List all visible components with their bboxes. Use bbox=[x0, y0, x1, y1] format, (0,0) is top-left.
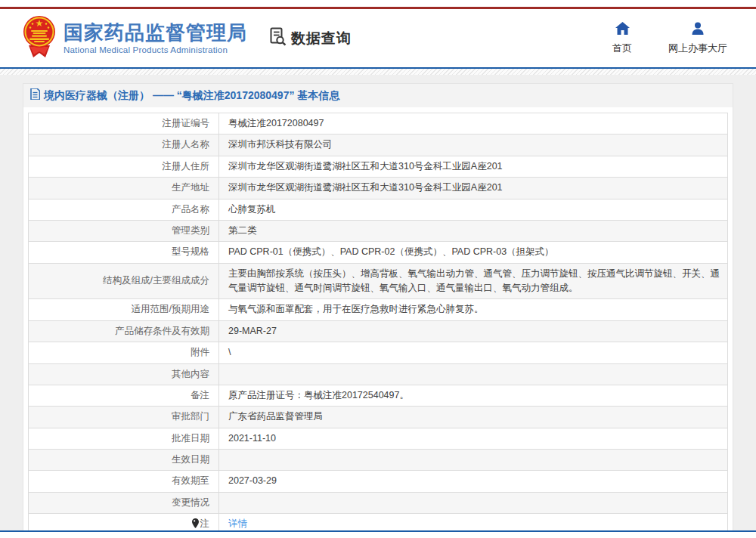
row-label: 注册人住所 bbox=[29, 156, 219, 177]
user-icon bbox=[691, 22, 705, 38]
row-value: 深圳市龙华区观湖街道鹭湖社区五和大道310号金科工业园A座201 bbox=[219, 156, 728, 177]
table-row: 注册证编号粤械注准20172080497 bbox=[29, 113, 728, 134]
row-label: 附件 bbox=[29, 342, 219, 363]
row-value: 第二类 bbox=[219, 220, 728, 241]
table-row: 审批部门广东省药品监督管理局 bbox=[29, 407, 728, 428]
nav-online-service-hall[interactable]: 网上办事大厅 bbox=[668, 22, 727, 55]
top-nav: 首页 网上办事大厅 bbox=[612, 22, 727, 55]
table-row: 适用范围/预期用途与氧气源和面罩配套，用于在医疗急救时进行紧急心肺复苏。 bbox=[29, 299, 728, 320]
row-label: 结构及组成/主要组成成分 bbox=[29, 263, 219, 299]
row-label: 变更情况 bbox=[29, 492, 219, 513]
document-icon bbox=[30, 88, 40, 103]
row-label: 型号规格 bbox=[29, 242, 219, 263]
row-label: 管理类别 bbox=[29, 220, 219, 241]
row-value: 原产品注册证号：粤械注准20172540497。 bbox=[219, 385, 728, 406]
row-label: 产品储存条件及有效期 bbox=[29, 320, 219, 342]
row-value: 2027-03-29 bbox=[219, 471, 728, 492]
content-card: 境内医疗器械（注册） —— “粤械注准20172080497” 基本信息 注册证… bbox=[23, 83, 733, 538]
table-row: 产品名称心肺复苏机 bbox=[29, 199, 728, 220]
home-icon bbox=[615, 22, 630, 38]
info-table-wrap: 注册证编号粤械注准20172080497注册人名称深圳市邦沃科技有限公司注册人住… bbox=[23, 107, 733, 538]
row-label: 生效日期 bbox=[29, 450, 219, 471]
row-label: 备注 bbox=[29, 385, 219, 406]
table-row: 注册人住所深圳市龙华区观湖街道鹭湖社区五和大道310号金科工业园A座201 bbox=[29, 156, 728, 177]
row-value: 深圳市龙华区观湖街道鹭湖社区五和大道310号金科工业园A座201 bbox=[219, 178, 728, 199]
row-label: 注册证编号 bbox=[29, 113, 219, 134]
table-row: 产品储存条件及有效期29-MAR-27 bbox=[29, 320, 728, 342]
row-value: 粤械注准20172080497 bbox=[219, 113, 728, 134]
national-emblem-logo bbox=[23, 15, 56, 62]
nav-home-label: 首页 bbox=[612, 42, 632, 55]
row-value: 2021-11-10 bbox=[219, 428, 728, 449]
table-row: 备注原产品注册证号：粤械注准20172540497。 bbox=[29, 385, 728, 406]
top-margin bbox=[0, 0, 756, 7]
row-value bbox=[219, 450, 728, 471]
page-title: 境内医疗器械（注册） —— “粤械注准20172080497” 基本信息 bbox=[44, 89, 339, 103]
row-value: \ bbox=[219, 342, 728, 363]
table-row: 生产地址深圳市龙华区观湖街道鹭湖社区五和大道310号金科工业园A座201 bbox=[29, 178, 728, 199]
agency-name-zh: 国家药品监督管理局 bbox=[64, 22, 247, 44]
table-row: 附件\ bbox=[29, 342, 728, 363]
table-row: 结构及组成/主要组成成分主要由胸部按系统（按压头）、增高背板、氧气输出动力管、通… bbox=[29, 263, 728, 299]
table-row: 管理类别第二类 bbox=[29, 220, 728, 241]
nav-home[interactable]: 首页 bbox=[612, 22, 632, 55]
row-label: 其他内容 bbox=[29, 363, 219, 385]
row-value: 主要由胸部按系统（按压头）、增高背板、氧气输出动力管、通气管、压力调节旋钮、按压… bbox=[219, 263, 728, 299]
main-area: 境内医疗器械（注册） —— “粤械注准20172080497” 基本信息 注册证… bbox=[0, 75, 756, 530]
row-label: 注册人名称 bbox=[29, 134, 219, 156]
data-query-title: 数据查询 bbox=[270, 27, 352, 49]
table-row: 批准日期2021-11-10 bbox=[29, 428, 728, 449]
row-value: 深圳市邦沃科技有限公司 bbox=[219, 134, 728, 156]
row-label: 有效期至 bbox=[29, 471, 219, 492]
site-title-text: 数据查询 bbox=[291, 29, 352, 48]
site-header: 国家药品监督管理局 National Medical Products Admi… bbox=[0, 9, 756, 67]
hatch-band bbox=[0, 69, 756, 75]
pin-icon bbox=[192, 518, 199, 528]
row-label: 适用范围/预期用途 bbox=[29, 299, 219, 320]
row-value: 广东省药品监督管理局 bbox=[219, 407, 728, 428]
bottom-margin bbox=[0, 532, 756, 538]
breadcrumb: 境内医疗器械（注册） —— “粤械注准20172080497” 基本信息 bbox=[23, 84, 733, 107]
row-value: 心肺复苏机 bbox=[219, 199, 728, 220]
row-value bbox=[219, 363, 728, 385]
nav-online-service-hall-label: 网上办事大厅 bbox=[668, 42, 727, 55]
detail-link[interactable]: 详情 bbox=[228, 518, 247, 529]
row-label: 生产地址 bbox=[29, 178, 219, 199]
row-label: 审批部门 bbox=[29, 407, 219, 428]
row-value: 与氧气源和面罩配套，用于在医疗急救时进行紧急心肺复苏。 bbox=[219, 299, 728, 320]
table-row: 注册人名称深圳市邦沃科技有限公司 bbox=[29, 134, 728, 156]
table-row: 其他内容 bbox=[29, 363, 728, 385]
registration-info-table: 注册证编号粤械注准20172080497注册人名称深圳市邦沃科技有限公司注册人住… bbox=[28, 113, 728, 536]
row-label: 产品名称 bbox=[29, 199, 219, 220]
row-value bbox=[219, 492, 728, 513]
agency-name-en: National Medical Products Administration bbox=[64, 45, 247, 54]
row-value: 29-MAR-27 bbox=[219, 320, 728, 342]
table-row: 生效日期 bbox=[29, 450, 728, 471]
table-row: 变更情况 bbox=[29, 492, 728, 513]
row-label: 批准日期 bbox=[29, 428, 219, 449]
table-row: 型号规格PAD CPR-01（便携式）、PAD CPR-02（便携式）、PAD … bbox=[29, 242, 728, 263]
data-query-icon bbox=[270, 27, 287, 49]
row-value: PAD CPR-01（便携式）、PAD CPR-02（便携式）、PAD CPR-… bbox=[219, 242, 728, 263]
table-row: 有效期至2027-03-29 bbox=[29, 471, 728, 492]
agency-name-block: 国家药品监督管理局 National Medical Products Admi… bbox=[64, 22, 247, 55]
